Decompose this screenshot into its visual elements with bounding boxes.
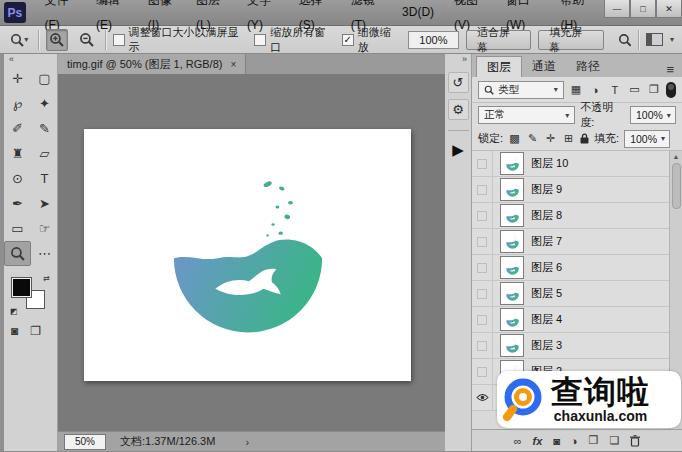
status-chevron-icon[interactable]: › [245,436,249,448]
tool-preset-button[interactable]: ▾ [8,29,31,51]
filter-adjustment-layers-icon[interactable]: ◑ [588,84,603,96]
foreground-color-swatch[interactable] [12,278,31,297]
workspace-icon[interactable] [646,33,663,46]
quick-mask-button[interactable]: ◙ [11,324,18,338]
pen-tool-button[interactable]: ✒ [4,191,31,216]
swap-colors-icon[interactable]: ⇄ [43,274,50,283]
blend-mode-select[interactable]: 正常 ▾ [478,106,575,124]
visibility-toggle[interactable] [472,177,493,203]
visibility-toggle[interactable] [472,229,493,255]
layer-row[interactable]: 图层 10 [472,151,669,177]
layer-thumbnail[interactable] [500,334,524,357]
layer-name[interactable]: 图层 7 [531,234,562,249]
layer-filter-toggle[interactable] [666,82,676,98]
layer-row[interactable]: 图层 6 [472,255,669,281]
rectangle-tool-button[interactable]: ▭ [4,216,31,241]
tab-paths[interactable]: 路径 [566,56,610,77]
visibility-toggle[interactable] [472,203,493,229]
new-group-icon[interactable]: ❒ [589,434,599,447]
properties-panel-icon[interactable]: ⚙ [448,99,469,120]
layer-row[interactable]: 图层 5 [472,281,669,307]
brush-tool-button[interactable]: ✎ [31,116,58,141]
filter-pixel-layers-icon[interactable]: ▦ [569,83,584,96]
hand-tool-button[interactable]: ☞ [31,216,58,241]
layer-mask-icon[interactable]: ◙ [553,435,560,447]
scrollbar-thumb[interactable] [672,163,681,209]
minimize-button[interactable]: — [604,0,630,18]
visibility-toggle[interactable] [472,281,493,307]
screen-mode-button[interactable]: ❐ [30,324,41,338]
document-page[interactable] [84,129,411,381]
zoom-out-button[interactable] [75,29,98,51]
lock-artboard-icon[interactable]: ⊞ [562,132,575,145]
layer-row[interactable]: 图层 3 [472,333,669,359]
visibility-toggle[interactable] [472,333,493,359]
visibility-toggle[interactable] [472,359,493,385]
zoom-all-windows-checkbox[interactable] [254,34,266,46]
layer-style-icon[interactable]: fx [533,435,543,447]
zoom-in-button[interactable] [46,29,69,51]
layer-name[interactable]: 图层 10 [531,156,568,171]
document-tab[interactable]: timg.gif @ 50% (图层 1, RGB/8) × [58,54,246,74]
panel-menu-icon[interactable]: ≡ [658,62,682,77]
layer-thumbnail[interactable] [500,256,524,279]
default-colors-icon[interactable]: ◩ [10,307,18,316]
maximize-button[interactable]: □ [630,0,656,18]
layer-name[interactable]: 图层 3 [531,338,562,353]
layer-thumbnail[interactable] [500,308,524,331]
layer-thumbnail[interactable] [500,152,524,175]
fill-field[interactable]: 100% ▾ [624,130,670,148]
layer-name[interactable]: 图层 9 [531,182,562,197]
chevron-down-icon[interactable]: ▾ [670,35,674,44]
direct-selection-tool-button[interactable]: ➤ [31,191,58,216]
visibility-toggle[interactable] [472,307,493,333]
marquee-tool-button[interactable]: ▢ [31,66,58,91]
layer-row[interactable]: 图层 8 [472,203,669,229]
layer-filter-select[interactable]: 类型 ▾ [478,81,564,99]
filter-shape-layers-icon[interactable]: ▭ [627,83,642,96]
actions-panel-icon[interactable]: ▶ [452,141,464,159]
new-layer-icon[interactable]: ❏ [609,434,619,447]
layer-name[interactable]: 图层 5 [531,286,562,301]
visibility-toggle[interactable] [472,385,493,411]
dock-expand-icon[interactable]: » [458,54,471,66]
layer-row[interactable]: 图层 4 [472,307,669,333]
layer-name[interactable]: 图层 6 [531,260,562,275]
resize-windows-checkbox[interactable] [113,34,125,46]
canvas[interactable] [58,74,445,431]
menu-3d[interactable]: 3D(D) [393,0,443,25]
layer-row[interactable]: 图层 9 [472,177,669,203]
clone-stamp-tool-button[interactable]: ♜ [4,141,31,166]
link-layers-icon[interactable]: ∞ [514,435,522,447]
search-icon[interactable] [618,33,632,47]
lock-position-icon[interactable]: ✛ [544,132,557,145]
lock-all-icon[interactable] [580,133,589,144]
zoom-tool-button[interactable] [4,241,31,266]
zoom-percent-field[interactable]: 100% [408,31,459,49]
move-tool-button[interactable]: ✛ [4,66,31,91]
filter-type-layers-icon[interactable]: T [608,84,623,96]
visibility-toggle[interactable] [472,255,493,281]
more-tools-button[interactable]: ⋯ [31,241,58,266]
lock-pixels-icon[interactable]: ✎ [526,132,539,145]
delete-layer-icon[interactable] [630,435,640,447]
scrubby-zoom-checkbox[interactable]: ✓ [342,34,354,46]
layer-thumbnail[interactable] [500,204,524,227]
layer-thumbnail[interactable] [500,178,524,201]
history-panel-icon[interactable]: ↺ [448,72,469,93]
tab-layers[interactable]: 图层 [476,56,522,77]
lasso-tool-button[interactable]: ℘ [4,91,31,116]
dodge-tool-button[interactable]: ⊙ [4,166,31,191]
close-button[interactable]: ✕ [656,0,682,18]
filter-smart-objects-icon[interactable]: ❐ [647,83,662,96]
opacity-field[interactable]: 100% ▾ [630,106,676,124]
magic-wand-tool-button[interactable]: ✦ [31,91,58,116]
fit-screen-button[interactable]: 适合屏幕 [466,30,531,50]
visibility-toggle[interactable] [472,151,493,177]
layer-name[interactable]: 图层 4 [531,312,562,327]
layer-thumbnail[interactable] [500,230,524,253]
tab-channels[interactable]: 通道 [522,56,566,77]
toolbar-collapse-icon[interactable]: « [4,54,57,66]
scroll-up-icon[interactable]: ▲ [673,153,680,160]
eraser-tool-button[interactable]: ▱ [31,141,58,166]
